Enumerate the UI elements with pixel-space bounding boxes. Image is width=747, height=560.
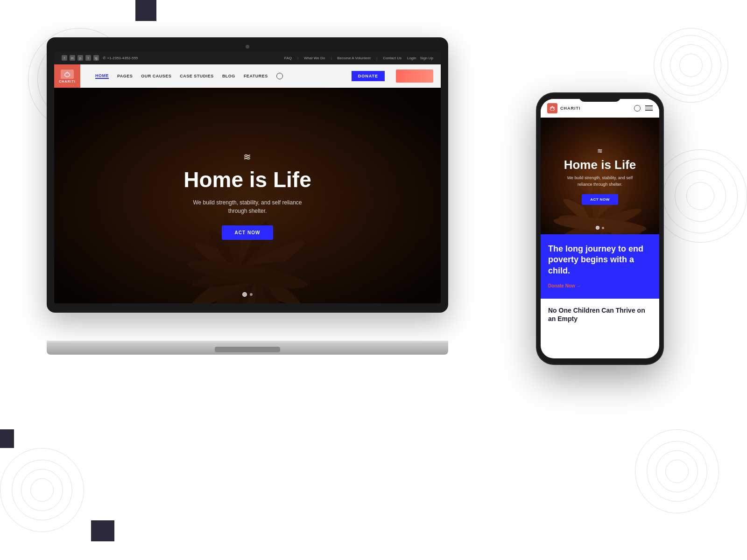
phone-dot-2[interactable] <box>602 227 604 229</box>
instagram-icon[interactable]: ig <box>93 55 99 61</box>
phone-dot-1[interactable] <box>596 226 599 230</box>
phone-white-section: No One Children Can Thrive on an Empty <box>541 299 659 330</box>
linkedin-icon[interactable]: in <box>70 55 75 61</box>
decorative-square-1 <box>135 0 156 21</box>
phone-hero-title: Home is Life <box>564 158 636 172</box>
phone-hero-pagination <box>596 226 604 230</box>
nav-case-studies[interactable]: CASE STUDIES <box>180 74 214 78</box>
laptop-mockup: f in p t ig ✆ +1-2353-4352-555 FAQ | Wha… <box>47 37 448 355</box>
decorative-square-4 <box>91 520 114 541</box>
hero-pagination <box>242 292 253 297</box>
pinterest-icon[interactable]: p <box>78 55 83 61</box>
phone-screen: CHARITI <box>541 99 659 358</box>
facebook-icon[interactable]: f <box>62 55 67 61</box>
laptop-screen: f in p t ig ✆ +1-2353-4352-555 FAQ | Wha… <box>54 51 441 303</box>
phone-donate-link[interactable]: Donate Now → <box>548 283 581 288</box>
topbar-social: f in p t ig <box>62 55 99 61</box>
nav-our-causes[interactable]: OUR CAUSES <box>141 74 171 78</box>
signup-button[interactable]: Sign Up <box>420 56 433 60</box>
twitter-icon[interactable]: t <box>85 55 91 61</box>
circle-group-br <box>0 448 84 532</box>
phone-outer: CHARITI <box>537 93 663 364</box>
logo-icon <box>61 70 74 79</box>
nav-home[interactable]: HOME <box>95 73 109 79</box>
volunteer-link[interactable]: Become A Volunteer <box>337 56 371 60</box>
phone-nav-icons <box>634 105 653 112</box>
phone-blue-section: The long journey to end poverty begins w… <box>541 234 659 299</box>
hero-dot-1[interactable] <box>242 292 247 297</box>
hero-content: ≋ Home is Life We build strength, stabil… <box>183 151 311 240</box>
phone-navbar: CHARITI <box>541 99 659 118</box>
hero-section: ≋ Home is Life We build strength, stabil… <box>54 88 441 303</box>
login-button[interactable]: Login <box>407 56 416 60</box>
nav-logo[interactable]: CHARITI <box>54 64 80 88</box>
circle-group-bmr <box>635 429 719 513</box>
phone-menu-icon[interactable] <box>645 105 653 111</box>
circle-group-mr <box>654 149 747 243</box>
phone-hero-content: ≋ Home is Life We build strength, stabil… <box>557 147 644 205</box>
faq-link[interactable]: FAQ <box>284 56 292 60</box>
laptop-base <box>47 344 448 355</box>
phone-number: ✆ +1-2353-4352-555 <box>103 56 138 60</box>
donate-button[interactable]: DONATE <box>352 71 385 81</box>
nav-features[interactable]: FEATURES <box>244 74 268 78</box>
search-icon[interactable] <box>276 73 283 79</box>
phone-logo-icon <box>547 103 557 113</box>
phone-mockup: CHARITI <box>537 93 663 364</box>
decorative-square-3 <box>0 429 14 448</box>
hero-subtitle: We build strength, stability, and self r… <box>183 198 311 215</box>
laptop-screen-outer: f in p t ig ✆ +1-2353-4352-555 FAQ | Wha… <box>47 37 448 313</box>
phone-wave-icon: ≋ <box>564 147 636 154</box>
phone-logo-text: CHARITI <box>560 106 581 111</box>
phone-logo: CHARITI <box>547 103 581 113</box>
website-topbar: f in p t ig ✆ +1-2353-4352-555 FAQ | Wha… <box>54 51 441 64</box>
logo-text: CHARITI <box>59 80 75 83</box>
hero-dot-2[interactable] <box>250 293 253 296</box>
phone-blue-title: The long journey to end poverty begins w… <box>548 244 652 276</box>
phone-hero-section: ≋ Home is Life We build strength, stabil… <box>541 118 659 234</box>
phone-section-title: No One Children Can Thrive on an Empty <box>548 306 652 323</box>
laptop-bottom-bar <box>47 341 448 344</box>
phone-hero-cta-button[interactable]: Act Now <box>582 194 618 205</box>
svg-point-0 <box>65 72 67 74</box>
nav-pages[interactable]: PAGES <box>117 74 133 78</box>
phone-search-icon[interactable] <box>634 105 641 112</box>
contact-link[interactable]: Contact Us <box>383 56 402 60</box>
circle-group-tr <box>654 28 728 103</box>
what-we-do-link[interactable]: What We Do <box>304 56 325 60</box>
hero-cta-button[interactable]: Act Now <box>222 225 274 240</box>
phone-notch <box>579 93 621 102</box>
hero-title: Home is Life <box>183 168 311 192</box>
phone-hero-subtitle: We build strength, stability, and selfre… <box>564 175 636 188</box>
topbar-right: FAQ | What We Do | Become A Volunteer | … <box>284 56 433 60</box>
laptop-camera <box>246 45 249 49</box>
wave-icon: ≋ <box>183 151 311 162</box>
svg-point-1 <box>67 71 68 73</box>
svg-point-16 <box>553 107 555 109</box>
svg-point-2 <box>68 72 70 74</box>
website-navbar: CHARITI HOME PAGES OUR CAUSES CASE STUDI… <box>54 64 441 88</box>
topbar-auth: Login Sign Up <box>407 56 433 60</box>
nav-blog[interactable]: BLOG <box>222 74 235 78</box>
topbar-left: f in p t ig ✆ +1-2353-4352-555 <box>62 55 138 61</box>
nav-links: HOME PAGES OUR CAUSES CASE STUDIES BLOG … <box>95 73 340 79</box>
nav-progress-bar <box>396 70 433 83</box>
